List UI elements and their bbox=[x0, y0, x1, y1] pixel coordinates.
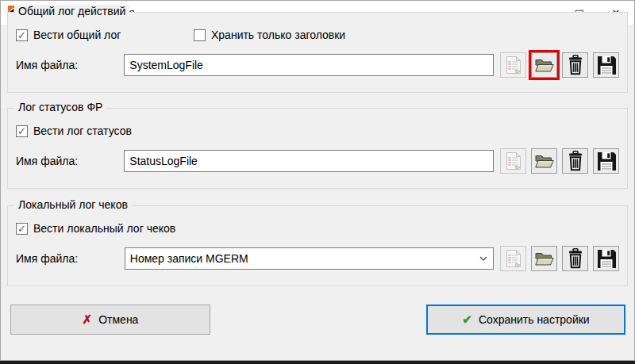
trash-icon bbox=[567, 55, 584, 75]
save-settings-button[interactable]: ✔ Сохранить настройки bbox=[426, 305, 625, 335]
browse-folder-button[interactable] bbox=[531, 246, 557, 271]
open-folder-icon bbox=[535, 57, 554, 73]
checkbox-row: ✓ Вести локальный лог чеков bbox=[16, 222, 619, 238]
filename-row: Имя файла: Номер записи MGERM bbox=[16, 246, 619, 271]
save-log-button[interactable] bbox=[593, 148, 619, 174]
open-folder-icon bbox=[535, 153, 554, 169]
save-label: Сохранить настройки bbox=[479, 313, 590, 326]
trash-icon bbox=[567, 248, 584, 269]
filename-label: Имя файла: bbox=[16, 155, 124, 167]
file-actions bbox=[500, 246, 619, 271]
checkbox-keep-status-log[interactable]: ✓ Вести лог статусов bbox=[16, 125, 132, 137]
filename-label: Имя файла: bbox=[16, 59, 124, 71]
view-log-button[interactable] bbox=[500, 148, 526, 174]
filename-row: Имя файла: bbox=[16, 52, 619, 78]
filename-label: Имя файла: bbox=[16, 252, 125, 265]
checkbox-keep-general-log[interactable]: ✓ Вести общий лог bbox=[16, 29, 121, 41]
groupbox-legend: Локальный лог чеков bbox=[14, 198, 132, 211]
delete-log-button[interactable] bbox=[562, 148, 588, 174]
save-check-icon: ✔ bbox=[462, 312, 472, 327]
chevron-down-icon bbox=[479, 254, 488, 263]
checkbox-label: Вести общий лог bbox=[33, 29, 121, 41]
groupbox-legend: Общий лог действий bbox=[14, 5, 129, 17]
cancel-button[interactable]: ✗ Отмена bbox=[10, 305, 210, 335]
checkbox-row: ✓ Вести лог статусов bbox=[16, 125, 619, 140]
checkbox-keep-local-receipt-log[interactable]: ✓ Вести локальный лог чеков bbox=[16, 222, 175, 235]
floppy-disk-icon bbox=[597, 151, 616, 171]
groupbox-status-log: Лог статусов ФР ✓ Вести лог статусов Имя… bbox=[7, 108, 628, 189]
log-document-icon bbox=[506, 151, 521, 171]
save-log-button[interactable] bbox=[593, 52, 619, 78]
browse-folder-button[interactable] bbox=[531, 52, 557, 78]
groupbox-general-log: Общий лог действий ✓ Вести общий лог Хра… bbox=[7, 12, 628, 93]
cancel-label: Отмена bbox=[98, 313, 138, 326]
checkbox-box-checked: ✓ bbox=[16, 29, 28, 41]
floppy-disk-icon bbox=[597, 56, 616, 75]
save-log-button[interactable] bbox=[593, 246, 619, 271]
cancel-x-icon: ✗ bbox=[83, 312, 93, 327]
groupbox-local-receipt-log: Локальный лог чеков ✓ Вести локальный ло… bbox=[7, 205, 628, 286]
filename-input-general[interactable] bbox=[124, 54, 494, 76]
checkbox-label: Вести локальный лог чеков bbox=[33, 222, 175, 235]
footer: ✗ Отмена ✔ Сохранить настройки bbox=[1, 305, 634, 336]
delete-log-button[interactable] bbox=[562, 52, 588, 78]
checkbox-box-checked: ✓ bbox=[16, 223, 28, 235]
view-log-button[interactable] bbox=[500, 52, 526, 78]
view-log-button[interactable] bbox=[500, 246, 526, 271]
open-folder-icon bbox=[535, 251, 554, 266]
trash-icon bbox=[567, 151, 584, 171]
checkbox-store-headers-only[interactable]: Хранить только заголовки bbox=[194, 29, 345, 41]
browse-folder-button[interactable] bbox=[531, 148, 557, 174]
checkbox-label: Хранить только заголовки bbox=[211, 29, 345, 41]
delete-log-button[interactable] bbox=[562, 246, 588, 271]
file-actions bbox=[500, 148, 619, 174]
log-document-icon bbox=[506, 249, 521, 268]
checkbox-label: Вести лог статусов bbox=[33, 125, 132, 137]
logging-settings-dialog: Настройки логирования – □ ✕ Общий лог де… bbox=[0, 0, 635, 361]
screen-bottom-strip bbox=[0, 361, 635, 364]
checkbox-box-checked: ✓ bbox=[16, 125, 28, 137]
checkbox-row: ✓ Вести общий лог Хранить только заголов… bbox=[16, 29, 619, 44]
file-actions bbox=[500, 52, 619, 78]
combobox-value: Номер записи MGERM bbox=[130, 252, 479, 265]
checkbox-box-unchecked bbox=[194, 29, 206, 41]
log-document-icon bbox=[506, 56, 521, 75]
filename-row: Имя файла: bbox=[16, 148, 619, 174]
filename-input-status[interactable] bbox=[124, 150, 494, 172]
filename-combobox[interactable]: Номер записи MGERM bbox=[125, 247, 494, 270]
groupbox-legend: Лог статусов ФР bbox=[14, 101, 106, 113]
floppy-disk-icon bbox=[597, 249, 616, 268]
screen: Настройки логирования – □ ✕ Общий лог де… bbox=[0, 0, 635, 364]
